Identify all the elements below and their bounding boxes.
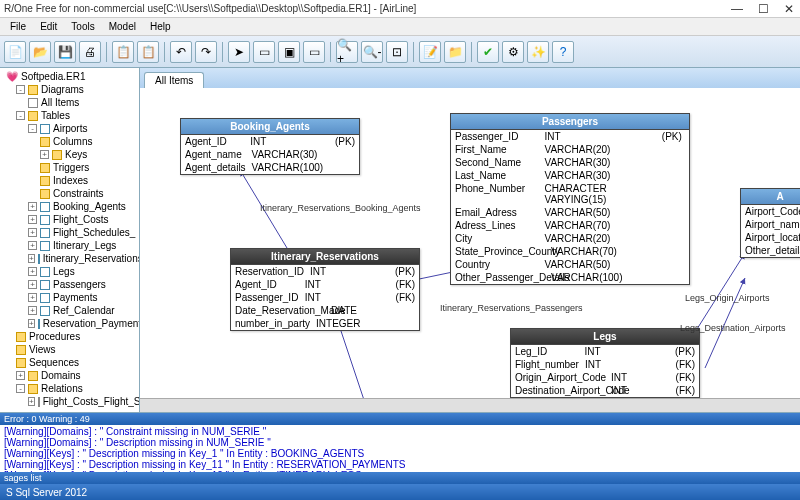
tree-relation-item[interactable]: +Flight_Costs_Flight_Sch	[2, 395, 137, 408]
entity-row: CountryVARCHAR(50)	[451, 258, 689, 271]
save-icon[interactable]: 💾	[54, 41, 76, 63]
message-line: [Warning][Domains] : " Constraint missin…	[2, 426, 798, 437]
toolbar: 📄 📂 💾 🖨 📋 📋 ↶ ↷ ➤ ▭ ▣ ▭ 🔍+ 🔍- ⊡ 📝 📁 ✔ ⚙ …	[0, 36, 800, 68]
tree-table[interactable]: +Ref_Calendar	[2, 304, 137, 317]
tree-tables[interactable]: -Tables	[2, 109, 137, 122]
tree-table[interactable]: +Flight_Costs	[2, 213, 137, 226]
entity-row: Date_Reservation_MadeDATE	[231, 304, 419, 317]
tree-panel[interactable]: 💗Softpedia.ER1 -Diagrams All Items -Tabl…	[0, 68, 140, 412]
messages-panel: Error : 0 Warning : 49 [Warning][Domains…	[0, 412, 800, 484]
entity-row: Destination_Airport_CodeINT(FK)	[511, 384, 699, 397]
relation-icon[interactable]: ▭	[303, 41, 325, 63]
entity-row: Agent_detailsVARCHAR(100)	[181, 161, 359, 174]
menu-tools[interactable]: Tools	[65, 20, 100, 33]
canvas-area: All Items Booking_Agents Agent_IDINT(PK)…	[140, 68, 800, 412]
redo-icon[interactable]: ↷	[195, 41, 217, 63]
open-icon[interactable]: 📂	[29, 41, 51, 63]
entity-legs[interactable]: Legs Leg_IDINT(PK)Flight_numberINT(FK)Or…	[510, 328, 700, 398]
zoom-fit-icon[interactable]: ⊡	[386, 41, 408, 63]
entity-icon[interactable]: ▭	[253, 41, 275, 63]
tab-allitems[interactable]: All Items	[144, 72, 204, 88]
entity-row: Last_NameVARCHAR(30)	[451, 169, 689, 182]
main-area: 💗Softpedia.ER1 -Diagrams All Items -Tabl…	[0, 68, 800, 412]
tree-relations[interactable]: -Relations	[2, 382, 137, 395]
entity-header: Itinerary_Reservations	[231, 249, 419, 265]
window-title: R/One Free for non-commercial use[C:\\Us…	[4, 3, 730, 14]
tree-columns[interactable]: Columns	[2, 135, 137, 148]
pointer-icon[interactable]: ➤	[228, 41, 250, 63]
svg-line-2	[340, 328, 370, 398]
horizontal-scrollbar[interactable]	[140, 398, 800, 412]
relation-label: Itinerary_Reservations_Passengers	[440, 303, 583, 313]
minimize-icon[interactable]: —	[730, 2, 744, 16]
entity-row: Passenger_IDINT(PK)	[451, 130, 689, 143]
entity-row: Airport_Code	[741, 205, 800, 218]
tree-indexes[interactable]: Indexes	[2, 174, 137, 187]
entity-itinerary-reservations[interactable]: Itinerary_Reservations Reservation_IDINT…	[230, 248, 420, 331]
tree-sequences[interactable]: Sequences	[2, 356, 137, 369]
entity-row: Airport_name	[741, 218, 800, 231]
print-icon[interactable]: 🖨	[79, 41, 101, 63]
paste-icon[interactable]: 📋	[137, 41, 159, 63]
tree-table[interactable]: +Passengers	[2, 278, 137, 291]
message-line: [Warning][Keys] : " Description missing …	[2, 448, 798, 459]
tree-table[interactable]: +Itinerary_Reservations	[2, 252, 137, 265]
menu-file[interactable]: File	[4, 20, 32, 33]
folder-icon[interactable]: 📁	[444, 41, 466, 63]
statusbar: S Sql Server 2012	[0, 484, 800, 500]
entity-row: CityVARCHAR(20)	[451, 232, 689, 245]
messages-body[interactable]: [Warning][Domains] : " Constraint missin…	[0, 425, 800, 472]
entity-row: Phone_NumberCHARACTER VARYING(15)	[451, 182, 689, 206]
tabstrip: All Items	[140, 68, 800, 88]
zoom-in-icon[interactable]: 🔍+	[336, 41, 358, 63]
menu-edit[interactable]: Edit	[34, 20, 63, 33]
tree-triggers[interactable]: Triggers	[2, 161, 137, 174]
entity-row: Agent_IDINT(PK)	[181, 135, 359, 148]
tree-procedures[interactable]: Procedures	[2, 330, 137, 343]
tree-keys[interactable]: +Keys	[2, 148, 137, 161]
entity-row: Origin_Airport_CodeINT(FK)	[511, 371, 699, 384]
tree-allitems[interactable]: All Items	[2, 96, 137, 109]
window-icon[interactable]: ▣	[278, 41, 300, 63]
tree-constraints[interactable]: Constraints	[2, 187, 137, 200]
note-icon[interactable]: 📝	[419, 41, 441, 63]
tree-views[interactable]: Views	[2, 343, 137, 356]
entity-passengers[interactable]: Passengers Passenger_IDINT(PK)First_Name…	[450, 113, 690, 285]
wand-icon[interactable]: ✨	[527, 41, 549, 63]
message-line: [Warning][Keys] : " Description missing …	[2, 459, 798, 470]
tree-table[interactable]: +Booking_Agents	[2, 200, 137, 213]
tree-table[interactable]: +Reservation_Payments	[2, 317, 137, 330]
entity-row: Email_AdressVARCHAR(50)	[451, 206, 689, 219]
close-icon[interactable]: ✕	[782, 2, 796, 16]
entity-row: Other_details	[741, 244, 800, 257]
entity-header: Legs	[511, 329, 699, 345]
new-icon[interactable]: 📄	[4, 41, 26, 63]
entity-airports[interactable]: A Airport_CodeAirport_nameAirport_locati…	[740, 188, 800, 258]
tree-diagrams[interactable]: -Diagrams	[2, 83, 137, 96]
diagram-canvas[interactable]: Booking_Agents Agent_IDINT(PK)Agent_name…	[140, 88, 800, 398]
entity-row: Agent_IDINT(FK)	[231, 278, 419, 291]
tree-table[interactable]: +Legs	[2, 265, 137, 278]
undo-icon[interactable]: ↶	[170, 41, 192, 63]
tree-table[interactable]: +Flight_Schedules_	[2, 226, 137, 239]
entity-row: Agent_nameVARCHAR(30)	[181, 148, 359, 161]
menu-help[interactable]: Help	[144, 20, 177, 33]
entity-row: Airport_location	[741, 231, 800, 244]
entity-row: Adress_LinesVARCHAR(70)	[451, 219, 689, 232]
tree-table-airports[interactable]: -Airports	[2, 122, 137, 135]
entity-booking-agents[interactable]: Booking_Agents Agent_IDINT(PK)Agent_name…	[180, 118, 360, 175]
tree-table[interactable]: +Payments	[2, 291, 137, 304]
tree-domains[interactable]: +Domains	[2, 369, 137, 382]
tree-root[interactable]: 💗Softpedia.ER1	[2, 70, 137, 83]
help-icon[interactable]: ?	[552, 41, 574, 63]
entity-row: Other_Passenger_DetailsVARCHAR(100)	[451, 271, 689, 284]
copy-icon[interactable]: 📋	[112, 41, 134, 63]
tree-table[interactable]: +Itinerary_Legs	[2, 239, 137, 252]
zoom-out-icon[interactable]: 🔍-	[361, 41, 383, 63]
gear-icon[interactable]: ⚙	[502, 41, 524, 63]
relation-label: Legs_Destination_Airports	[680, 323, 786, 333]
menubar: File Edit Tools Model Help	[0, 18, 800, 36]
validate-icon[interactable]: ✔	[477, 41, 499, 63]
maximize-icon[interactable]: ☐	[756, 2, 770, 16]
menu-model[interactable]: Model	[103, 20, 142, 33]
